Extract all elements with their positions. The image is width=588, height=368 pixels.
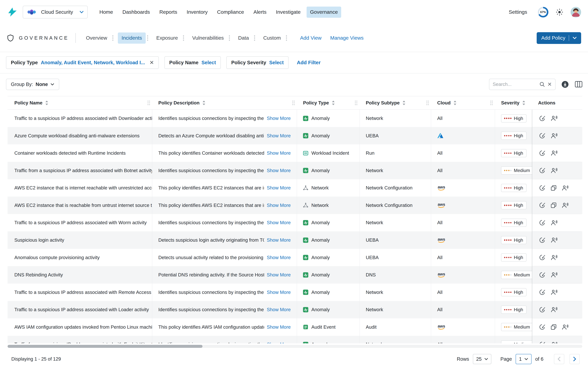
add-filter-link[interactable]: Add Filter bbox=[297, 60, 321, 65]
user-alert-icon[interactable] bbox=[551, 272, 557, 278]
show-more-link[interactable]: Show More bbox=[267, 272, 291, 277]
clone-policy-icon[interactable] bbox=[551, 324, 557, 330]
policy-name-cell[interactable]: Anomalous compute provisioning activity bbox=[8, 249, 152, 266]
clear-search-icon[interactable]: ✕ bbox=[547, 82, 552, 87]
tab-vulnerabilities-menu-icon[interactable] bbox=[229, 35, 230, 41]
column-drag-handle[interactable] bbox=[490, 101, 493, 105]
nav-investigate[interactable]: Investigate bbox=[273, 7, 304, 18]
filter-chip-policy-severity[interactable]: Policy Severity Select bbox=[226, 56, 288, 69]
edit-policy-icon[interactable] bbox=[539, 185, 545, 191]
table-row[interactable]: Traffic to a suspicious IP address assoc… bbox=[8, 301, 582, 319]
sort-icon[interactable] bbox=[202, 101, 206, 105]
column-header-policy-description[interactable]: Policy Description bbox=[152, 96, 297, 109]
show-more-link[interactable]: Show More bbox=[267, 342, 291, 343]
policy-name-cell[interactable]: DNS Rebinding Activity bbox=[8, 266, 152, 284]
show-more-link[interactable]: Show More bbox=[267, 168, 291, 173]
table-row[interactable]: AWS EC2 instance that is internet reacha… bbox=[8, 179, 582, 197]
column-header-policy-type[interactable]: Policy Type bbox=[297, 96, 360, 109]
policy-name-cell[interactable]: AWS EC2 instance that is internet reacha… bbox=[8, 179, 152, 197]
app-logo[interactable] bbox=[7, 7, 18, 18]
edit-policy-icon[interactable] bbox=[539, 115, 545, 122]
group-by-dropdown[interactable]: Group By: None bbox=[6, 79, 59, 90]
show-more-link[interactable]: Show More bbox=[267, 290, 291, 295]
table-row[interactable]: Traffic from a suspicious IP address ass… bbox=[8, 336, 582, 343]
horizontal-scrollbar[interactable] bbox=[8, 345, 582, 348]
tab-data-menu-icon[interactable] bbox=[254, 35, 255, 41]
sort-icon[interactable] bbox=[332, 101, 335, 105]
show-more-link[interactable]: Show More bbox=[267, 202, 291, 208]
search-icon[interactable] bbox=[540, 82, 545, 87]
page-select[interactable]: 1 bbox=[516, 354, 531, 364]
table-row[interactable]: Traffic to a suspicious IP address assoc… bbox=[8, 110, 582, 127]
search-input[interactable] bbox=[493, 82, 537, 87]
filter-chip-policy-type[interactable]: Policy Type Anomaly, Audit Event, Networ… bbox=[6, 56, 159, 69]
user-alert-icon[interactable] bbox=[551, 237, 557, 243]
policy-name-cell[interactable]: AWS IAM configuration updates invoked fr… bbox=[8, 318, 152, 336]
edit-policy-icon[interactable] bbox=[539, 132, 545, 139]
sort-icon[interactable] bbox=[402, 101, 406, 105]
nav-reports[interactable]: Reports bbox=[156, 7, 181, 18]
table-row[interactable]: Anomalous compute provisioning activityD… bbox=[8, 249, 582, 266]
user-alert-icon[interactable] bbox=[551, 307, 557, 313]
rows-per-page-select[interactable]: 25 bbox=[473, 354, 491, 364]
column-header-policy-subtype[interactable]: Policy Subtype bbox=[360, 96, 431, 109]
tab-vulnerabilities[interactable]: Vulnerabilities bbox=[188, 32, 228, 44]
tab-incidents[interactable]: Incidents bbox=[118, 32, 146, 44]
show-more-link[interactable]: Show More bbox=[267, 324, 291, 330]
column-header-severity[interactable]: Severity bbox=[495, 96, 532, 109]
edit-policy-icon[interactable] bbox=[539, 220, 545, 226]
show-more-link[interactable]: Show More bbox=[267, 237, 291, 243]
sort-icon[interactable] bbox=[522, 101, 526, 105]
user-alert-icon[interactable] bbox=[551, 115, 557, 121]
policy-name-cell[interactable]: Azure Compute workload disabling anti-ma… bbox=[8, 127, 152, 145]
completion-ring[interactable]: 67% bbox=[538, 7, 548, 18]
tab-overview-menu-icon[interactable] bbox=[112, 35, 114, 41]
clone-policy-icon[interactable] bbox=[551, 202, 557, 208]
sun-icon[interactable] bbox=[556, 8, 563, 16]
tab-incidents-menu-icon[interactable] bbox=[147, 35, 148, 41]
user-alert-icon[interactable] bbox=[551, 150, 557, 156]
filter-value[interactable]: Anomaly, Audit Event, Network, Workload … bbox=[41, 60, 145, 65]
nav-compliance[interactable]: Compliance bbox=[214, 7, 247, 18]
user-alert-icon[interactable] bbox=[551, 133, 557, 139]
policy-name-cell[interactable]: Traffic from a suspicious IP address ass… bbox=[8, 336, 152, 343]
nav-settings[interactable]: Settings bbox=[505, 7, 531, 18]
table-row[interactable]: Azure Compute workload disabling anti-ma… bbox=[8, 127, 582, 145]
edit-policy-icon[interactable] bbox=[539, 237, 545, 243]
edit-policy-icon[interactable] bbox=[539, 341, 545, 343]
scrollbar-thumb[interactable] bbox=[8, 345, 203, 348]
policy-name-cell[interactable]: AWS EC2 instance that is reachable from … bbox=[8, 197, 152, 214]
show-more-link[interactable]: Show More bbox=[267, 133, 291, 138]
show-more-link[interactable]: Show More bbox=[267, 255, 291, 260]
edit-policy-icon[interactable] bbox=[539, 202, 545, 209]
manage-views-link[interactable]: Manage Views bbox=[330, 35, 364, 41]
filter-chip-policy-name[interactable]: Policy Name Select bbox=[164, 56, 221, 69]
user-alert-icon[interactable] bbox=[551, 220, 557, 226]
policy-name-cell[interactable]: Traffic to a suspicious IP address assoc… bbox=[8, 214, 152, 231]
tab-exposure[interactable]: Exposure bbox=[152, 32, 182, 44]
tab-custom[interactable]: Custom bbox=[259, 32, 285, 44]
policy-name-cell[interactable]: Container workloads detected with Runtim… bbox=[8, 144, 152, 162]
show-more-link[interactable]: Show More bbox=[267, 185, 291, 191]
product-selector[interactable]: Cloud Security bbox=[23, 6, 88, 18]
table-row[interactable]: Suspicious login activityDetects suspici… bbox=[8, 231, 582, 249]
filter-value[interactable]: Select bbox=[269, 60, 284, 65]
policy-name-cell[interactable]: Suspicious login activity bbox=[8, 231, 152, 249]
filter-value[interactable]: Select bbox=[202, 60, 216, 65]
column-drag-handle[interactable] bbox=[292, 101, 295, 105]
sort-icon[interactable] bbox=[453, 101, 457, 105]
policy-name-cell[interactable]: Traffic to a suspicious IP address assoc… bbox=[8, 110, 152, 127]
nav-alerts[interactable]: Alerts bbox=[250, 7, 270, 18]
download-icon[interactable] bbox=[561, 80, 569, 88]
add-policy-button[interactable]: Add Policy bbox=[537, 32, 581, 44]
column-drag-handle[interactable] bbox=[426, 101, 429, 105]
show-more-link[interactable]: Show More bbox=[267, 116, 291, 121]
nav-dashboards[interactable]: Dashboards bbox=[119, 7, 153, 18]
user-alert-icon[interactable] bbox=[562, 185, 568, 191]
user-alert-icon[interactable] bbox=[562, 202, 568, 208]
user-alert-icon[interactable] bbox=[551, 342, 557, 343]
add-view-link[interactable]: Add View bbox=[300, 35, 321, 41]
show-more-link[interactable]: Show More bbox=[267, 150, 291, 156]
tab-custom-menu-icon[interactable] bbox=[286, 35, 287, 41]
table-row[interactable]: Traffic from a suspicious IP address ass… bbox=[8, 162, 582, 179]
